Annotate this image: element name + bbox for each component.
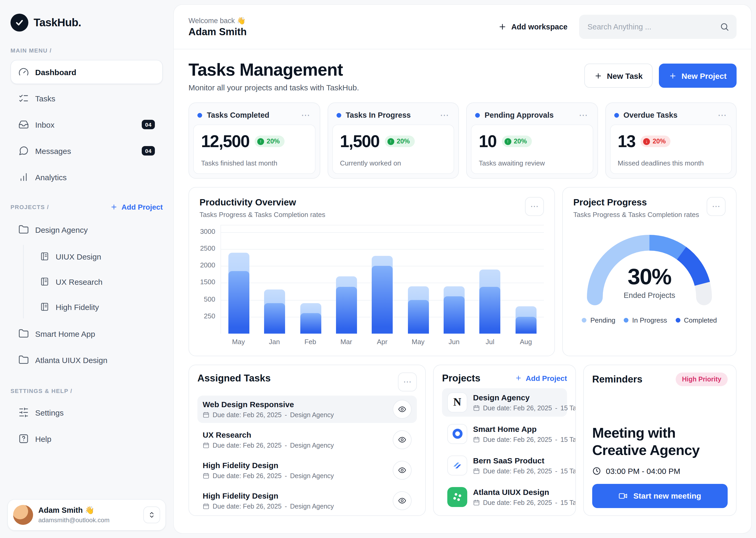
plot-area [220,225,544,334]
task-row[interactable]: High Fidelity Design Due date: Feb 26, 2… [197,457,417,484]
ellipsis-icon[interactable]: ⋯ [300,111,311,120]
user-name: Adam Smith 👋 [38,506,110,515]
project-tasks-count: 15 Tasks [560,404,576,412]
ellipsis-icon[interactable]: ⋯ [525,197,544,216]
sidebar-item-analytics[interactable]: Analytics [11,165,163,189]
sidebar-item-inbox[interactable]: Inbox 04 [11,112,163,136]
task-row[interactable]: High Fidelity Design Due date: Feb 26, 2… [197,487,417,514]
sidebar-item-dashboard[interactable]: Dashboard [11,60,163,84]
project-due: Due date: Feb 26, 2025 [483,436,552,444]
sidebar-item-tasks[interactable]: Tasks [11,86,163,110]
project-tasks-count: 15 Tasks [560,499,576,507]
trend-arrow-icon: ↑ [257,138,264,145]
sidebar-item-label: Help [35,434,51,443]
expand-user-menu-button[interactable] [143,507,160,523]
project-row[interactable]: Bern SaaS Product Due date: Feb 26, 2025… [442,451,567,480]
new-project-button[interactable]: New Project [659,64,736,88]
ellipsis-icon[interactable]: ⋯ [398,372,417,392]
stat-label: Tasks Completed [207,111,269,120]
search-icon[interactable] [720,15,729,39]
view-task-button[interactable] [393,400,412,419]
sidebar-item-label: Analytics [35,173,67,182]
task-name: Web Design Responsive [203,400,334,409]
task-due: Due date: Feb 26, 2025 [213,503,282,510]
project-name: Atlanta UIUX Design [473,488,562,497]
user-card[interactable]: Adam Smith 👋 adamsmith@outlook.com [7,499,166,531]
sidebar-item-label: Messages [35,146,71,155]
separator: - [555,404,557,412]
eye-icon [398,405,406,413]
sidebar-subitem-uiux-design[interactable]: UIUX Design [32,245,163,268]
view-task-button[interactable] [393,461,412,480]
stat-value: 1,500 [340,132,379,151]
notebook-icon [40,302,49,311]
ellipsis-icon[interactable]: ⋯ [717,111,728,120]
projects-section-label: PROJECTS / [11,204,49,210]
project-row[interactable]: Atlanta UIUX Design Due date: Feb 26, 20… [442,483,567,511]
sidebar-item-help[interactable]: Help [11,427,163,451]
project-name: Smart Home App [473,424,562,433]
stats-row: Tasks Completed ⋯ 12,500 ↑20% Tasks fini… [188,102,736,179]
calendar-icon [473,405,480,412]
legend-item-in-progress: In Progress [624,316,667,324]
sidebar-item-label: Inbox [35,120,54,129]
separator: - [285,411,287,419]
bottom-row: Assigned Tasks ⋯ Web Design Responsive D… [188,365,736,516]
separator: - [555,499,557,507]
task-row[interactable]: UX Research Due date: Feb 26, 2025 - Des… [197,426,417,454]
stat-label: Pending Approvals [485,111,554,120]
progress-gauge: 30% Ended Projects [579,224,720,309]
stat-label: Tasks In Progress [346,111,411,120]
project-due: Due date: Feb 26, 2025 [483,499,552,507]
project-row-partial[interactable] [442,514,567,516]
separator: - [285,442,287,449]
priority-badge: High Priority [676,372,728,386]
sidebar-project-design-agency[interactable]: Design Agency [11,218,163,242]
ellipsis-icon[interactable]: ⋯ [578,111,589,120]
view-task-button[interactable] [393,430,412,449]
sidebar-item-label: Design Agency [35,225,88,234]
sidebar-project-atlanta-uiux[interactable]: Atlanta UIUX Design [11,348,163,372]
add-workspace-button[interactable]: Add workspace [498,23,568,31]
stat-change-badge: ↑20% [255,136,285,147]
sidebar-item-messages[interactable]: Messages 04 [11,139,163,163]
sidebar-subitem-ux-research[interactable]: UX Research [32,270,163,293]
x-axis: MayJanFebMarAprMayJunJulAug [220,338,544,346]
sidebar-project-smart-home-app[interactable]: Smart Home App [11,322,163,346]
sidebar-item-settings[interactable]: Settings [11,400,163,424]
plus-icon [594,72,602,80]
bar-chart: 3000250020001500500250 [200,225,544,334]
project-row[interactable]: Smart Home App Due date: Feb 26, 2025 - … [442,420,567,448]
main-panel: Welcome back 👋 Adam Smith Add workspace … [173,4,752,534]
card-title: Projects [442,372,480,384]
topbar: Welcome back 👋 Adam Smith Add workspace [174,5,751,49]
task-project: Design Agency [290,472,334,480]
view-task-button[interactable] [393,491,412,510]
ellipsis-icon[interactable]: ⋯ [439,111,450,120]
sidebar-add-project-button[interactable]: Add Project [111,203,163,211]
sidebar-item-label: Dashboard [35,68,76,77]
taskhub-app: TaskHub. MAIN MENU / Dashboard Tasks Inb… [0,0,756,538]
user-email: adamsmith@outlook.com [38,516,110,524]
ellipsis-icon[interactable]: ⋯ [707,197,726,216]
projects-card-add-button[interactable]: Add Project [515,374,567,383]
taskhub-logo-icon [11,14,28,31]
task-row[interactable]: Web Design Responsive Due date: Feb 26, … [197,396,417,423]
sidebar-subitem-high-fidelity[interactable]: High Fidelity [32,295,163,318]
start-meeting-button[interactable]: Start new meeting [592,484,728,508]
chart-subtitle: Tasks Progress & Tasks Completion rates [573,211,699,219]
chevron-up-down-icon [148,511,155,518]
project-tasks-count: 15 Tasks [560,467,576,475]
project-row[interactable]: N Design Agency Due date: Feb 26, 2025 -… [442,388,567,417]
message-icon [19,145,29,156]
calendar-icon [203,473,210,479]
chart-subtitle: Tasks Progress & Tasks Completion rates [200,211,325,219]
stat-card-tasks-completed: Tasks Completed ⋯ 12,500 ↑20% Tasks fini… [188,102,320,179]
video-icon [619,491,628,501]
gauge-icon [19,67,29,77]
new-task-button[interactable]: New Task [584,64,653,88]
search-input[interactable] [579,15,736,39]
sidebar-item-label: Smart Home App [35,329,95,338]
projects-menu: Design Agency UIUX Design UX Research Hi… [11,218,163,372]
calendar-icon [473,468,480,475]
